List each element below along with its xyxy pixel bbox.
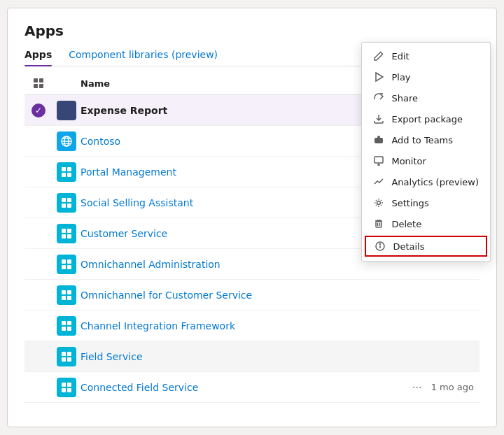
app-name-contoso[interactable]: Contoso (80, 136, 368, 147)
app-name-connected[interactable]: Connected Field Service (80, 382, 368, 393)
share-svg (374, 93, 384, 103)
table-row[interactable]: Connected Field Service ··· 1 mo ago (24, 372, 479, 403)
app-name-social[interactable]: Social Selling Assistant (80, 197, 368, 208)
export-svg (374, 114, 384, 124)
play-icon (373, 71, 384, 83)
trash-svg (374, 219, 384, 229)
svg-rect-17 (62, 229, 66, 233)
svg-rect-32 (67, 327, 71, 331)
analytics-svg (374, 177, 384, 187)
monitor-svg (374, 156, 384, 166)
menu-item-analytics[interactable]: Analytics (preview) (362, 171, 490, 192)
app-name-expense-report[interactable]: Expense Report (80, 105, 368, 116)
app-icon-connected (57, 378, 76, 397)
table-row[interactable]: Field Service (24, 341, 479, 372)
info-icon (374, 241, 386, 252)
tab-component-libraries[interactable]: Component libraries (preview) (69, 49, 218, 66)
svg-rect-29 (62, 321, 66, 325)
menu-label-delete: Delete (391, 219, 421, 229)
svg-rect-20 (67, 234, 71, 238)
row-icon-6 (52, 255, 80, 274)
app-name-field-service[interactable]: Field Service (80, 351, 368, 362)
svg-rect-3 (39, 84, 43, 88)
menu-item-delete[interactable]: Delete (362, 213, 490, 234)
menu-item-edit[interactable]: Edit (362, 45, 490, 66)
svg-rect-2 (34, 84, 38, 88)
trash-icon (373, 218, 384, 229)
svg-point-43 (377, 136, 380, 138)
svg-rect-42 (374, 138, 383, 143)
row-check-1[interactable] (24, 104, 52, 117)
menu-item-monitor[interactable]: Monitor (362, 150, 490, 171)
grid-small-icon (61, 166, 72, 178)
svg-rect-21 (62, 259, 66, 264)
svg-rect-12 (67, 173, 71, 177)
menu-label-play: Play (391, 72, 410, 83)
menu-item-add-teams[interactable]: Add to Teams (362, 129, 490, 150)
menu-label-edit: Edit (391, 51, 409, 62)
menu-item-details[interactable]: Details (365, 236, 487, 257)
menu-item-settings[interactable]: Settings (362, 192, 490, 213)
menu-item-share[interactable]: Share (362, 87, 490, 108)
svg-marker-41 (376, 73, 383, 81)
svg-rect-36 (67, 357, 71, 362)
svg-rect-14 (67, 198, 71, 202)
svg-rect-31 (62, 327, 66, 331)
grid-icon (33, 78, 44, 89)
row-icon-4 (52, 193, 80, 213)
app-name-omnichannel-cs[interactable]: Omnichannel for Customer Service (80, 290, 368, 301)
share-icon (373, 92, 384, 104)
teams-icon (373, 134, 384, 145)
app-icon-teal-5 (57, 285, 76, 305)
table-row[interactable]: Channel Integration Framework (24, 311, 479, 341)
app-icon-teal (57, 162, 76, 182)
table-row[interactable]: Omnichannel for Customer Service (24, 280, 479, 311)
grid-small-icon-5 (61, 290, 72, 301)
page-title: Apps (24, 22, 479, 39)
pencil-icon (373, 50, 384, 62)
svg-rect-34 (67, 352, 71, 356)
grid-small-icon-3 (61, 228, 72, 239)
menu-item-export[interactable]: Export package (362, 108, 490, 129)
svg-rect-48 (376, 222, 382, 227)
svg-rect-37 (62, 383, 66, 387)
app-name-portal[interactable]: Portal Management (80, 166, 368, 178)
menu-item-play[interactable]: Play (362, 66, 490, 87)
grid-small-icon-8 (61, 382, 72, 393)
grid-small-icon-6 (61, 320, 72, 331)
header-name: Name (80, 78, 368, 89)
svg-rect-26 (67, 290, 71, 294)
pencil-svg (374, 51, 384, 61)
row-icon-2 (52, 131, 80, 151)
svg-rect-0 (34, 78, 38, 83)
svg-rect-1 (39, 78, 43, 83)
svg-rect-15 (62, 204, 66, 208)
svg-rect-40 (67, 388, 71, 392)
app-name-omnichannel-admin[interactable]: Omnichannel Administration (80, 259, 368, 270)
row-icon-7 (52, 285, 80, 305)
row-icon-1 (52, 101, 80, 120)
svg-rect-13 (62, 198, 66, 202)
svg-rect-30 (67, 321, 71, 325)
info-svg (375, 241, 385, 251)
app-icon-dark (57, 101, 76, 120)
svg-point-53 (380, 244, 381, 245)
svg-rect-33 (62, 352, 66, 356)
app-name-customer[interactable]: Customer Service (80, 228, 368, 239)
svg-rect-24 (67, 265, 71, 269)
teams-svg (374, 135, 384, 145)
modified-col-10: ··· 1 mo ago (368, 379, 479, 396)
menu-label-settings: Settings (391, 198, 428, 208)
play-svg (374, 72, 384, 82)
svg-rect-10 (67, 167, 71, 171)
app-icon-teal-2 (57, 193, 76, 213)
grid-small-icon-7 (61, 351, 72, 362)
tab-apps[interactable]: Apps (24, 49, 52, 66)
svg-rect-23 (62, 265, 66, 269)
svg-rect-22 (67, 259, 71, 264)
svg-rect-19 (62, 234, 66, 238)
ellipsis-dots-10[interactable]: ··· (409, 379, 426, 396)
gear-icon (373, 197, 384, 208)
grid-small-icon-4 (61, 259, 72, 270)
app-name-channel[interactable]: Channel Integration Framework (80, 320, 368, 331)
